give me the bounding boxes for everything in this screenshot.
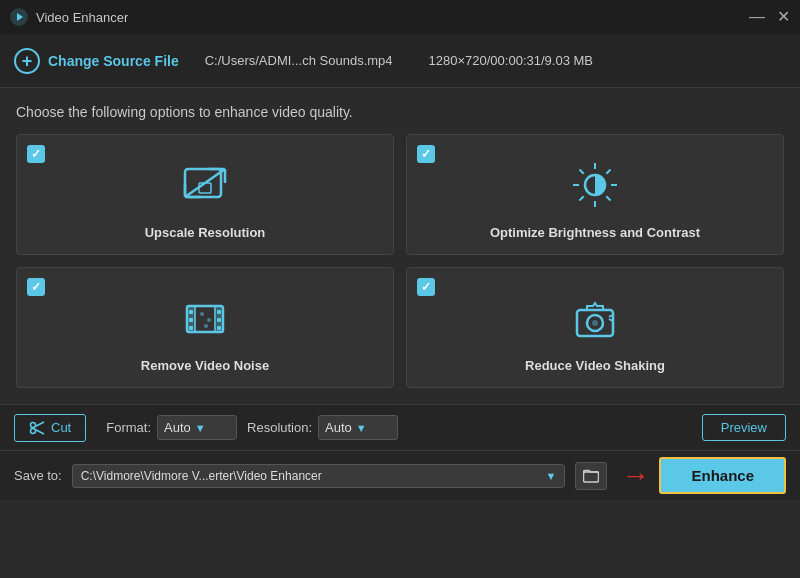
svg-point-35 <box>31 422 36 427</box>
shaking-icon <box>569 292 621 348</box>
check-icon: ✓ <box>421 148 431 160</box>
noise-label: Remove Video Noise <box>141 358 269 373</box>
shaking-checkbox[interactable]: ✓ <box>417 278 435 296</box>
resolution-value: Auto <box>325 420 352 435</box>
check-icon: ✓ <box>31 281 41 293</box>
folder-icon <box>583 469 599 483</box>
title-bar-left: Video Enhancer <box>10 8 128 26</box>
brightness-icon <box>569 159 621 215</box>
save-to-label: Save to: <box>14 468 62 483</box>
enhance-arrow-indicator: → <box>621 460 649 492</box>
prompt-text: Choose the following options to enhance … <box>16 104 784 120</box>
format-label: Format: <box>106 420 151 435</box>
resolution-group: Resolution: Auto ▼ <box>247 415 398 440</box>
brightness-contrast-card: ✓ Optimize Brightness a <box>406 134 784 255</box>
svg-rect-39 <box>584 472 599 482</box>
svg-rect-23 <box>189 310 193 314</box>
upscale-icon <box>179 159 231 215</box>
enhance-button[interactable]: Enhance <box>659 457 786 494</box>
upscale-checkbox[interactable]: ✓ <box>27 145 45 163</box>
svg-rect-24 <box>189 318 193 322</box>
scissors-icon <box>29 420 45 436</box>
resolution-label: Resolution: <box>247 420 312 435</box>
svg-line-17 <box>580 196 584 200</box>
format-value: Auto <box>164 420 191 435</box>
svg-point-30 <box>207 318 211 322</box>
title-bar: Video Enhancer — ✕ <box>0 0 800 34</box>
resolution-arrow-icon: ▼ <box>356 422 367 434</box>
svg-rect-27 <box>217 318 221 322</box>
app-logo-icon <box>10 8 28 26</box>
source-file-path: C:/Users/ADMI...ch Sounds.mp4 <box>205 53 393 68</box>
svg-line-16 <box>606 170 610 174</box>
save-path-dropdown-icon[interactable]: ▼ <box>546 470 557 482</box>
brightness-label: Optimize Brightness and Contrast <box>490 225 700 240</box>
svg-rect-28 <box>217 326 221 330</box>
resolution-select[interactable]: Auto ▼ <box>318 415 398 440</box>
format-arrow-icon: ▼ <box>195 422 206 434</box>
format-select[interactable]: Auto ▼ <box>157 415 237 440</box>
save-path-text: C:\Vidmore\Vidmore V...erter\Video Enhan… <box>81 469 542 483</box>
noise-icon <box>179 292 231 348</box>
format-group: Format: Auto ▼ <box>106 415 237 440</box>
upscale-label: Upscale Resolution <box>145 225 266 240</box>
shaking-label: Reduce Video Shaking <box>525 358 665 373</box>
save-path-box: C:\Vidmore\Vidmore V...erter\Video Enhan… <box>72 464 566 488</box>
browse-folder-button[interactable] <box>575 462 607 490</box>
cut-label: Cut <box>51 420 71 435</box>
brightness-checkbox[interactable]: ✓ <box>417 145 435 163</box>
add-circle-icon: + <box>14 48 40 74</box>
check-icon: ✓ <box>31 148 41 160</box>
window-title: Video Enhancer <box>36 10 128 25</box>
svg-line-37 <box>35 422 44 427</box>
cut-button[interactable]: Cut <box>14 414 86 442</box>
svg-point-36 <box>31 428 36 433</box>
svg-line-15 <box>606 196 610 200</box>
check-icon: ✓ <box>421 281 431 293</box>
upscale-resolution-card: ✓ Upscale Resolution <box>16 134 394 255</box>
title-bar-controls: — ✕ <box>749 9 790 25</box>
reduce-shaking-card: ✓ Reduce Video Shaking <box>406 267 784 388</box>
svg-rect-26 <box>217 310 221 314</box>
remove-noise-card: ✓ <box>16 267 394 388</box>
close-button[interactable]: ✕ <box>777 9 790 25</box>
source-bar: + Change Source File C:/Users/ADMI...ch … <box>0 34 800 88</box>
svg-line-38 <box>35 429 44 434</box>
change-source-label: Change Source File <box>48 53 179 69</box>
svg-line-14 <box>580 170 584 174</box>
minimize-button[interactable]: — <box>749 9 765 25</box>
svg-point-34 <box>592 320 598 326</box>
source-file-info: 1280×720/00:00:31/9.03 MB <box>429 53 593 68</box>
svg-point-29 <box>200 312 204 316</box>
svg-rect-25 <box>189 326 193 330</box>
enhance-grid: ✓ Upscale Resolution ✓ <box>16 134 784 388</box>
main-content: Choose the following options to enhance … <box>0 88 800 388</box>
noise-checkbox[interactable]: ✓ <box>27 278 45 296</box>
save-bar: Save to: C:\Vidmore\Vidmore V...erter\Vi… <box>0 450 800 500</box>
change-source-button[interactable]: + Change Source File <box>14 48 179 74</box>
toolbar: Cut Format: Auto ▼ Resolution: Auto ▼ Pr… <box>0 404 800 450</box>
svg-point-31 <box>204 324 208 328</box>
preview-button[interactable]: Preview <box>702 414 786 441</box>
